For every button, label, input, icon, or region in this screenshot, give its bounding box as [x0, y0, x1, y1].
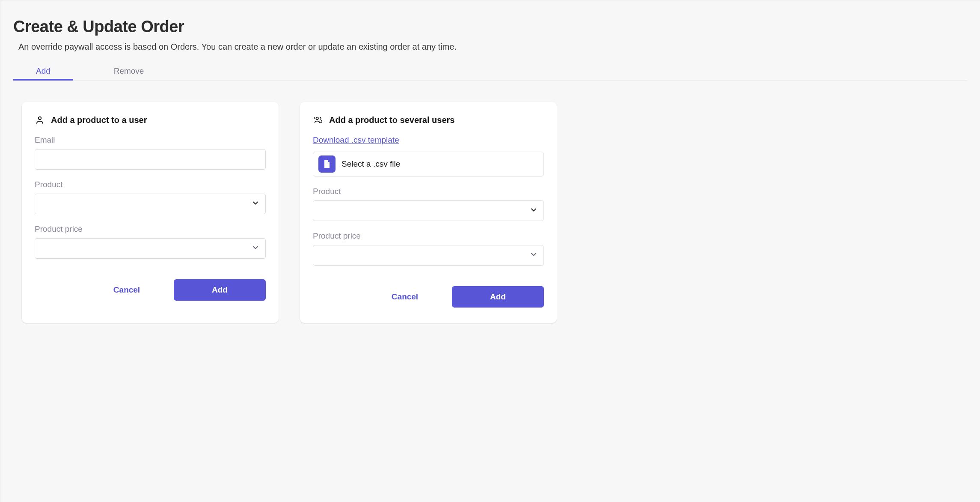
- card-title: Add a product to a user: [51, 115, 147, 125]
- price-select[interactable]: [35, 238, 266, 259]
- product-label: Product: [35, 180, 266, 189]
- tab-remove[interactable]: Remove: [99, 62, 159, 80]
- add-single-user-card: Add a product to a user Email Product Pr…: [22, 102, 279, 323]
- card-title: Add a product to several users: [329, 115, 454, 125]
- page-container: Create & Update Order An override paywal…: [0, 0, 980, 502]
- file-icon: [318, 155, 336, 173]
- product-label: Product: [313, 187, 544, 196]
- card-header: Add a product to several users: [313, 115, 544, 125]
- price-group: Product price: [313, 231, 544, 266]
- price-select-wrapper: [35, 238, 266, 259]
- svg-point-1: [316, 117, 318, 120]
- cards-row: Add a product to a user Email Product Pr…: [13, 102, 967, 323]
- person-icon: [35, 115, 45, 125]
- email-group: Email: [35, 135, 266, 170]
- price-label: Product price: [313, 231, 544, 241]
- email-input[interactable]: [35, 149, 266, 170]
- card-actions: Cancel Add: [35, 279, 266, 301]
- tabs: Add Remove: [13, 62, 967, 81]
- page-description: An override paywall access is based on O…: [18, 42, 967, 52]
- card-actions: Cancel Add: [313, 286, 544, 308]
- product-group: Product: [313, 187, 544, 221]
- cancel-button[interactable]: Cancel: [358, 286, 452, 308]
- add-button[interactable]: Add: [452, 286, 544, 308]
- email-label: Email: [35, 135, 266, 145]
- page-title: Create & Update Order: [13, 18, 967, 36]
- product-select-wrapper: [35, 194, 266, 214]
- download-csv-template-link[interactable]: Download .csv template: [313, 135, 399, 145]
- csv-file-picker[interactable]: Select a .csv file: [313, 152, 544, 176]
- product-select[interactable]: [313, 200, 544, 221]
- file-picker-label: Select a .csv file: [342, 159, 400, 169]
- card-header: Add a product to a user: [35, 115, 266, 125]
- tab-add[interactable]: Add: [13, 62, 73, 80]
- price-group: Product price: [35, 224, 266, 259]
- add-bulk-users-card: Add a product to several users Download …: [300, 102, 557, 323]
- product-select-wrapper: [313, 200, 544, 221]
- add-button[interactable]: Add: [174, 279, 266, 301]
- price-select[interactable]: [313, 245, 544, 266]
- cancel-button[interactable]: Cancel: [80, 279, 174, 301]
- price-select-wrapper: [313, 245, 544, 266]
- product-group: Product: [35, 180, 266, 214]
- group-add-icon: [313, 115, 323, 125]
- price-label: Product price: [35, 224, 266, 234]
- svg-point-0: [39, 117, 41, 120]
- product-select[interactable]: [35, 194, 266, 214]
